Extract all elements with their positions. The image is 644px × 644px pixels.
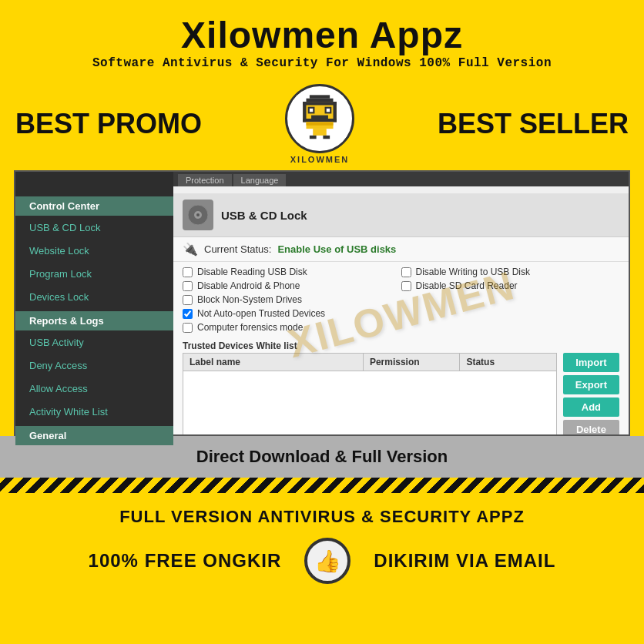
checkbox-computer-forensics-input[interactable] <box>183 323 193 333</box>
ongkir-text: 100% FREE ONGKIR <box>89 550 282 572</box>
checkbox-disable-writing: Disable Writing to USB Disk <box>401 265 620 279</box>
checkboxes-area: Disable Reading USB Disk Disable Android… <box>173 262 629 337</box>
mascot-icon <box>293 92 347 146</box>
svg-rect-12 <box>311 116 328 119</box>
checkbox-disable-reading: Disable Reading USB Disk <box>183 265 401 279</box>
svg-rect-2 <box>306 99 333 102</box>
top-header: Xilowmen Appz Software Antivirus & Secur… <box>0 0 644 78</box>
app-window: Protection Language Control Center USB &… <box>14 170 630 436</box>
checkbox-disable-android: Disable Android & Phone <box>183 279 401 293</box>
checkbox-block-non-system-input[interactable] <box>183 295 193 305</box>
content-header: USB & CD Lock <box>173 193 629 237</box>
promo-band: BEST PROMO <box>0 78 644 170</box>
checkbox-computer-forensics: Computer forensics mode <box>183 320 401 334</box>
checkbox-disable-reading-input[interactable] <box>183 267 193 277</box>
full-version-text: FULL VERSION ANTIVIRUS & SECURITY APPZ <box>15 507 629 527</box>
section-title: USB & CD Lock <box>221 209 307 222</box>
table-buttons: Import Export Add Delete <box>563 353 619 434</box>
thumbs-up-icon: 👍 <box>304 538 351 584</box>
checkbox-block-non-system-label: Block Non-System Drives <box>197 294 302 305</box>
device-table: Label name Permission Status <box>183 353 557 434</box>
checkbox-block-non-system: Block Non-System Drives <box>183 293 401 307</box>
checkbox-not-auto-open: Not Auto-open Trusted Devices <box>183 307 401 320</box>
svg-rect-4 <box>303 102 337 105</box>
import-button[interactable]: Import <box>563 353 619 372</box>
svg-rect-15 <box>313 129 320 136</box>
usb-svg-icon <box>186 203 210 226</box>
sidebar: Control Center USB & CD Lock Website Loc… <box>15 172 173 434</box>
bottom-section: FULL VERSION ANTIVIRUS & SECURITY APPZ 1… <box>0 493 644 593</box>
table-wrapper: Label name Permission Status Import Expo… <box>173 353 629 434</box>
checkbox-disable-sd-label: Disable SD Card Reader <box>416 280 518 291</box>
add-button[interactable]: Add <box>563 397 619 417</box>
best-promo-label: BEST PROMO <box>15 108 202 140</box>
svg-rect-7 <box>333 102 336 122</box>
sidebar-control-center-title: Control Center <box>15 196 173 216</box>
svg-rect-16 <box>320 129 327 136</box>
mascot-container: XILOWMEN <box>285 84 354 164</box>
checkbox-disable-reading-label: Disable Reading USB Disk <box>197 267 307 277</box>
svg-rect-10 <box>310 109 313 112</box>
export-button[interactable]: Export <box>563 375 619 394</box>
mascot-box <box>285 84 354 153</box>
checkbox-disable-sd-input[interactable] <box>401 281 411 291</box>
usb-small-icon: 🔌 <box>183 242 198 257</box>
download-text: Direct Download & Full Version <box>0 447 644 467</box>
svg-point-21 <box>196 213 200 216</box>
checkbox-disable-writing-label: Disable Writing to USB Disk <box>416 267 531 277</box>
svg-rect-18 <box>323 136 330 139</box>
tab-language[interactable]: Language <box>233 174 287 186</box>
sidebar-item-deny-access[interactable]: Deny Access <box>15 354 173 377</box>
app-window-wrapper: Protection Language Control Center USB &… <box>0 170 644 436</box>
sidebar-item-activity-white-list[interactable]: Activity White List <box>15 400 173 423</box>
app-subtitle: Software Antivirus & Security For Window… <box>8 56 636 70</box>
checkbox-disable-writing-input[interactable] <box>401 267 411 277</box>
sidebar-item-usb-cd-lock[interactable]: USB & CD Lock <box>15 216 173 239</box>
sidebar-general-title: General <box>15 426 173 445</box>
checkbox-not-auto-open-input[interactable] <box>183 309 193 319</box>
svg-rect-17 <box>310 136 317 139</box>
usb-cd-icon <box>183 200 213 230</box>
sidebar-item-devices-lock[interactable]: Devices Lock <box>15 285 173 308</box>
checkbox-computer-forensics-label: Computer forensics mode <box>197 322 303 333</box>
main-content: USB & CD Lock 🔌 Current Status: Enable U… <box>173 172 629 434</box>
sidebar-item-website-lock[interactable]: Website Lock <box>15 239 173 262</box>
sidebar-reports-title: Reports & Logs <box>15 311 173 330</box>
checkbox-disable-android-input[interactable] <box>183 281 193 291</box>
delete-button[interactable]: Delete <box>563 420 619 434</box>
status-value: Enable Use of USB disks <box>277 243 396 255</box>
svg-rect-11 <box>327 109 330 112</box>
ongkir-right: DIKIRIM VIA EMAIL <box>374 550 555 572</box>
table-body <box>183 371 556 434</box>
svg-rect-1 <box>310 95 330 98</box>
status-label: Current Status: <box>204 243 271 255</box>
sidebar-item-allow-access[interactable]: Allow Access <box>15 377 173 400</box>
th-label-name: Label name <box>183 354 364 371</box>
nav-tabs-row: Protection Language <box>173 172 629 186</box>
tab-protection[interactable]: Protection <box>178 174 232 186</box>
stripe-band <box>0 478 644 493</box>
th-permission: Permission <box>364 354 460 371</box>
table-header: Label name Permission Status <box>183 354 556 371</box>
checkbox-not-auto-open-label: Not Auto-open Trusted Devices <box>197 308 325 319</box>
ongkir-row: 100% FREE ONGKIR 👍 DIKIRIM VIA EMAIL <box>15 538 629 584</box>
svg-rect-14 <box>306 122 333 125</box>
ongkir-left: 100% FREE ONGKIR <box>89 550 282 572</box>
svg-rect-6 <box>303 102 306 122</box>
mascot-label: XILOWMEN <box>285 155 354 164</box>
checkbox-disable-android-label: Disable Android & Phone <box>197 280 300 291</box>
whitelist-header: Trusted Devices White list <box>173 337 629 353</box>
dikirim-text: DIKIRIM VIA EMAIL <box>374 550 555 572</box>
checkbox-disable-sd: Disable SD Card Reader <box>401 279 620 293</box>
sidebar-item-program-lock[interactable]: Program Lock <box>15 262 173 285</box>
th-status: Status <box>460 354 555 371</box>
status-bar: 🔌 Current Status: Enable Use of USB disk… <box>173 237 629 262</box>
sidebar-item-usb-activity[interactable]: USB Activity <box>15 330 173 354</box>
checkboxes-col-right: Disable Writing to USB Disk Disable SD C… <box>401 265 620 334</box>
svg-rect-5 <box>303 119 337 122</box>
best-seller-label: BEST SELLER <box>438 108 629 140</box>
app-title: Xilowmen Appz <box>8 14 636 56</box>
checkboxes-two-col: Disable Reading USB Disk Disable Android… <box>183 265 619 334</box>
checkboxes-col-left: Disable Reading USB Disk Disable Android… <box>183 265 401 334</box>
